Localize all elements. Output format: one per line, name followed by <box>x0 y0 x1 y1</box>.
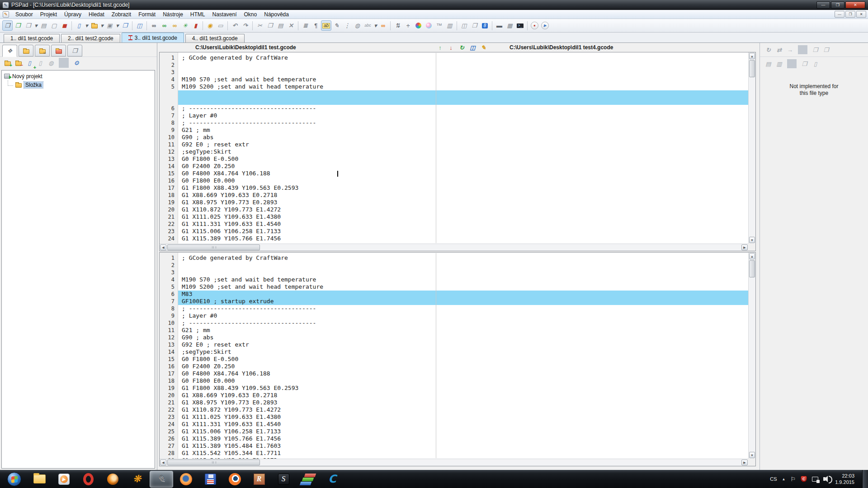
save-icon[interactable]: ▣ <box>104 20 115 31</box>
copy-block-left-icon[interactable]: ❐ <box>811 45 820 54</box>
lock-icon[interactable]: ◍ <box>352 20 363 31</box>
record-macro-icon[interactable]: ● <box>529 20 540 31</box>
scroll-right-button[interactable]: ▶ <box>741 244 748 250</box>
merge-right-icon[interactable]: ▥ <box>774 59 784 68</box>
delete-icon[interactable]: ✕ <box>286 20 296 31</box>
tab-dil1-test2[interactable]: 2.. dil1 test2.gcode <box>61 34 120 42</box>
layers-app-taskbar-icon[interactable] <box>296 471 320 488</box>
horizontal-scrollbar[interactable]: ◀ ▶ <box>160 244 748 251</box>
window-new-icon[interactable]: ❐ <box>469 20 480 31</box>
maximize-button[interactable]: ❐ <box>831 1 844 9</box>
tab-dil1-test-1[interactable]: 1.. dil1 test.gcode <box>4 34 60 42</box>
network-icon[interactable] <box>812 477 818 482</box>
bookmarks-icon[interactable]: ▮ <box>190 20 201 31</box>
dos-console-icon[interactable]: >_ <box>515 20 525 31</box>
scroll-down-button[interactable]: ▼ <box>749 452 755 458</box>
add-folder-button[interactable] <box>3 58 13 68</box>
panel-tab-project-icon[interactable]: ❖ <box>2 45 17 57</box>
terminal-icon[interactable]: ▬ <box>494 20 505 31</box>
media-player-taskbar-icon[interactable]: ▶ <box>52 471 75 488</box>
toolbar-separator[interactable] <box>390 21 391 30</box>
document-icon[interactable]: ▯ <box>811 59 820 68</box>
project-compile-icon[interactable]: ❒ <box>2 20 13 31</box>
start-button[interactable] <box>1 471 27 488</box>
panel-tab-favorites-icon[interactable] <box>51 45 66 56</box>
taskbar-clock[interactable]: 22:03 1.9.2015 <box>835 473 857 485</box>
orange-swoosh-taskbar-icon[interactable] <box>101 471 124 488</box>
toolbar-separator[interactable] <box>132 21 132 30</box>
vertical-scrollbar[interactable]: ▲ ▼ <box>748 253 755 459</box>
tab-dil1-test-3[interactable]: 3.. dil1 test.gcode <box>122 33 184 42</box>
menu-hledat[interactable]: Hledat <box>85 10 108 19</box>
cut-icon[interactable]: ✂ <box>255 20 265 31</box>
toolbar-separator[interactable] <box>492 21 492 30</box>
swap-panes-icon[interactable]: ⇄ <box>774 45 784 54</box>
hidden-icons-arrow[interactable]: ▲ <box>782 477 786 481</box>
dropdown-arrow-icon[interactable]: ▾ <box>99 20 104 31</box>
search-in-files-icon[interactable]: ∞ <box>170 20 180 31</box>
pilcrow-icon[interactable]: ¶ <box>311 20 321 31</box>
scroll-up-button[interactable]: ▲ <box>749 253 755 259</box>
panel-tab-ftp-icon[interactable] <box>35 45 50 56</box>
menu-okno[interactable]: Okno <box>241 10 261 19</box>
toolbar-separator[interactable] <box>252 21 253 30</box>
project-window-icon[interactable]: ◫ <box>134 20 145 31</box>
menu-nastaveni[interactable]: Nastavení <box>209 10 241 19</box>
toolbar-separator[interactable] <box>59 58 69 68</box>
print-icon[interactable]: ▭ <box>215 20 226 31</box>
action-center-flag-icon[interactable]: ⚐ <box>791 476 796 483</box>
play-macro-icon[interactable]: ▶ <box>540 20 550 31</box>
code-editor-top[interactable]: 1 ; GCode generated by CraftWare 2 3 4 M… <box>160 52 748 244</box>
blue-c-app-taskbar-icon[interactable]: C <box>321 471 344 488</box>
first-difference-button[interactable]: ↑ <box>436 43 444 52</box>
toolbar-separator[interactable] <box>71 21 72 30</box>
toolbar-separator[interactable] <box>527 21 528 30</box>
monitor-icon[interactable]: ▢ <box>49 20 59 31</box>
project-open-icon[interactable]: ❒ <box>23 20 33 31</box>
add-file-button[interactable]: ▯ <box>24 58 34 68</box>
dropdown-arrow-icon[interactable]: ▾ <box>373 20 378 31</box>
brick-icon[interactable]: ◼ <box>59 20 70 31</box>
horizontal-scrollbar[interactable]: ◀ ▶ <box>160 459 748 466</box>
link-icon[interactable]: ∞ <box>378 20 388 31</box>
goto-diff-icon[interactable]: → <box>785 45 795 54</box>
vertical-scroll-thumb[interactable] <box>749 260 755 277</box>
copy-document-icon[interactable]: ❐ <box>800 59 809 68</box>
window-split-icon[interactable]: ◫ <box>459 20 469 31</box>
volume-icon[interactable] <box>823 477 830 481</box>
new-file-icon[interactable]: ▯ <box>74 20 84 31</box>
opera-taskbar-icon[interactable] <box>76 471 100 488</box>
mdi-minimize-button[interactable]: — <box>835 11 844 18</box>
tree-root-row[interactable]: Nový projekt <box>2 72 155 80</box>
explorer-taskbar-icon[interactable] <box>28 471 51 488</box>
magnifier-icon[interactable]: ◉ <box>205 20 215 31</box>
tree-folder-row[interactable]: Složka <box>2 80 155 89</box>
copy-icon[interactable]: ❐ <box>265 20 275 31</box>
search-next-icon[interactable]: ✳ <box>180 20 190 31</box>
toolbar-separator[interactable] <box>457 21 457 30</box>
vertical-scrollbar[interactable]: ▲ ▼ <box>748 52 755 244</box>
horizontal-scroll-thumb[interactable] <box>167 244 260 250</box>
toolbar-separator[interactable] <box>227 21 228 30</box>
file-properties-button[interactable]: ▯ <box>35 58 45 68</box>
remove-folder-button[interactable] <box>14 58 24 68</box>
redo-icon[interactable]: ↷ <box>240 20 250 31</box>
merge-left-icon[interactable]: ▤ <box>764 59 773 68</box>
firefox-taskbar-icon[interactable] <box>174 471 198 488</box>
pspad-taskbar-icon[interactable]: ✎ <box>150 471 173 488</box>
menu-soubor[interactable]: Soubor <box>12 10 37 19</box>
copy-files-icon[interactable]: ❐ <box>120 20 130 31</box>
info-button[interactable]: ◍ <box>46 58 56 68</box>
panel-tab-explorer-icon[interactable] <box>19 45 33 56</box>
s-app-taskbar-icon[interactable]: S <box>272 471 295 488</box>
menu-napoveda[interactable]: Nápověda <box>260 10 292 19</box>
r-block-taskbar-icon[interactable]: R <box>247 471 271 488</box>
clipboard-icon[interactable]: ▤ <box>38 20 49 31</box>
refresh-diff-icon[interactable]: ↻ <box>764 45 773 54</box>
toolbar-separator[interactable] <box>798 45 807 54</box>
highlight-text-icon[interactable]: ab <box>321 20 331 31</box>
menu-nastroje[interactable]: Nástroje <box>159 10 187 19</box>
toolbar-separator[interactable] <box>787 59 797 68</box>
menu-html[interactable]: HTML <box>187 10 209 19</box>
scroll-up-button[interactable]: ▲ <box>749 53 755 59</box>
